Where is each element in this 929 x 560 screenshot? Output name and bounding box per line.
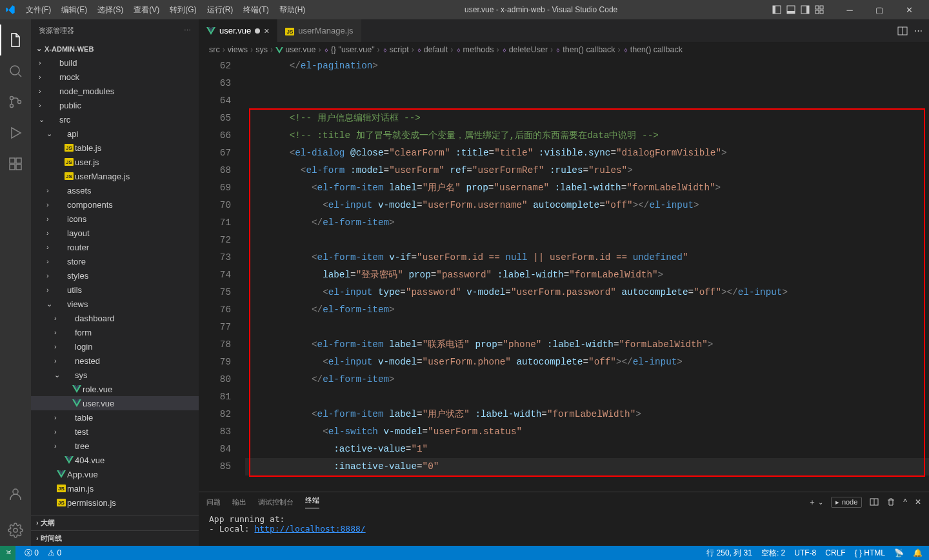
menu-item[interactable]: 查看(V) [128,5,165,15]
extensions-icon[interactable] [0,148,31,179]
errors-count[interactable]: ⓧ 0 [25,548,39,559]
code-line[interactable]: <el-form :model="userForm" ref="userForm… [245,162,929,179]
breadcrumb-item[interactable]: ⬨methods [456,45,494,54]
cursor-position[interactable]: 行 250, 列 31 [706,548,752,559]
notifications-icon[interactable]: 🔔 [913,548,923,557]
folder-item[interactable]: ⌄sys [31,368,199,382]
terminal-shell-label[interactable]: ▸node [831,497,862,508]
code-line[interactable] [245,388,929,406]
indentation[interactable]: 空格: 2 [761,548,785,559]
breadcrumb-item[interactable]: sys [255,45,268,54]
file-item[interactable]: user.vue [31,396,199,410]
code-line[interactable]: :active-value="1" [245,441,929,458]
folder-item[interactable]: ›tree [31,439,199,453]
maximize-button[interactable]: ▢ [864,0,894,19]
menu-item[interactable]: 转到(G) [165,5,201,15]
close-panel-icon[interactable]: ✕ [915,497,921,506]
folder-item[interactable]: ›components [31,197,199,212]
breadcrumb-item[interactable]: user.vue [275,45,315,54]
language-mode[interactable]: { } HTML [855,548,885,557]
code-line[interactable]: </el-form-item> [245,371,929,388]
layout-customize-icon[interactable] [814,5,824,15]
outline-section[interactable]: › 大纲 [31,515,199,530]
folder-item[interactable]: ›utils [31,283,199,297]
panel-tab[interactable]: 输出 [232,497,246,507]
code-line[interactable]: <el-input type="password" v-model="userF… [245,284,929,301]
minimize-button[interactable]: ─ [835,0,864,19]
layout-bottom-icon[interactable] [786,5,796,15]
file-item[interactable]: JSmain.js [31,481,199,495]
file-item[interactable]: App.vue [31,467,199,481]
folder-item[interactable]: ›login [31,339,199,354]
folder-item[interactable]: ⌄src [31,112,199,126]
trash-icon[interactable] [886,497,895,506]
code-line[interactable]: <!-- :title 加了冒号就变成一个变量，属性绑定了,后面的东西需要在da… [245,127,929,145]
code-line[interactable]: </el-pagination> [245,57,929,75]
folder-item[interactable]: ›store [31,254,199,268]
menu-item[interactable]: 终端(T) [238,5,274,15]
code-line[interactable]: <!-- 用户信息编辑对话框 --> [245,110,929,127]
breadcrumb-item[interactable]: ⬨{} "user.vue" [324,45,375,54]
code-editor[interactable]: 6263646566676869707172737475767778798081… [199,57,929,492]
code-line[interactable] [245,319,929,336]
menu-item[interactable]: 运行(R) [202,5,239,15]
explorer-icon[interactable] [0,25,31,55]
run-debug-icon[interactable] [0,117,31,148]
maximize-panel-icon[interactable]: ^ [903,497,907,506]
breadcrumb-item[interactable]: src [209,45,220,54]
code-line[interactable] [245,92,929,110]
panel-tab[interactable]: 终端 [305,495,319,508]
folder-item[interactable]: ›table [31,410,199,425]
file-item[interactable]: JStable.js [31,141,199,155]
local-url-link[interactable]: http://localhost:8888/ [254,524,365,534]
menu-item[interactable]: 文件(F) [21,5,56,15]
accounts-icon[interactable] [0,479,31,510]
code-line[interactable]: <el-form-item v-if="userForm.id == null … [245,249,929,266]
folder-item[interactable]: ›node_modules [31,84,199,98]
breadcrumbs[interactable]: src›views›sys›user.vue›⬨{} "user.vue"›⬨s… [199,42,929,57]
folder-item[interactable]: ›nested [31,354,199,368]
code-content[interactable]: </el-pagination> <!-- 用户信息编辑对话框 --> <!--… [245,57,929,492]
breadcrumb-item[interactable]: ⬨script [383,45,409,54]
remote-icon[interactable]: ⪤ [0,546,15,560]
folder-item[interactable]: ›styles [31,268,199,283]
file-item[interactable]: JSpermission.js [31,495,199,510]
menu-item[interactable]: 选择(S) [92,5,128,15]
sidebar-more-icon[interactable]: ⋯ [184,26,191,35]
code-line[interactable]: label="登录密码" prop="password" :label-widt… [245,266,929,284]
breadcrumb-item[interactable]: views [228,45,248,54]
folder-item[interactable]: ›icons [31,212,199,226]
breadcrumb-item[interactable]: ⬨then() callback [555,45,615,54]
source-control-icon[interactable] [0,86,31,117]
code-line[interactable] [245,75,929,92]
split-editor-icon[interactable] [897,26,908,36]
editor-tab[interactable]: JSuserManage.js [277,19,361,42]
code-line[interactable]: <el-input v-model="userForm.phone" autoc… [245,354,929,371]
code-line[interactable]: <el-form-item label="用户名" prop="username… [245,179,929,197]
breadcrumb-item[interactable]: ⬨deleteUser [502,45,548,54]
editor-tab[interactable]: user.vue× [199,19,277,42]
panel-tab[interactable]: 调试控制台 [258,497,294,507]
file-item[interactable]: role.vue [31,382,199,396]
layout-left-icon[interactable] [772,5,782,15]
panel-tab[interactable]: 问题 [206,497,221,507]
code-line[interactable]: :inactive-value="0" [245,458,929,475]
timeline-section[interactable]: › 时间线 [31,530,199,546]
menu-item[interactable]: 编辑(E) [56,5,92,15]
file-item[interactable]: 404.vue [31,453,199,467]
code-line[interactable]: </el-form-item> [245,214,929,232]
code-line[interactable]: <el-dialog @close="clearForm" :title="ti… [245,145,929,162]
folder-item[interactable]: ›build [31,55,199,70]
eol[interactable]: CRLF [825,548,845,557]
file-item[interactable]: JSuserManage.js [31,169,199,183]
warnings-count[interactable]: ⚠ 0 [48,548,61,557]
code-line[interactable]: <el-form-item label="联系电话" prop="phone" … [245,336,929,354]
code-line[interactable]: <el-form-item label="用户状态" :label-width=… [245,406,929,423]
encoding[interactable]: UTF-8 [794,548,816,557]
file-item[interactable]: JSuser.js [31,155,199,169]
folder-item[interactable]: ›form [31,325,199,339]
layout-right-icon[interactable] [800,5,810,15]
close-window-button[interactable]: ✕ [894,0,924,19]
folder-item[interactable]: ›test [31,425,199,439]
folder-item[interactable]: ›router [31,240,199,254]
